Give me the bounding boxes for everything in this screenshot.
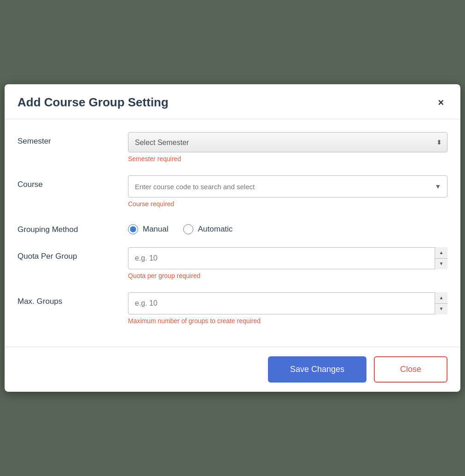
quota-label: Quota Per Group bbox=[17, 247, 128, 261]
course-row: Course ▼ Course required bbox=[17, 175, 448, 208]
radio-manual-input[interactable] bbox=[128, 224, 138, 234]
max-groups-row: Max. Groups ▲ ▼ Maximum number of groups… bbox=[17, 292, 448, 325]
semester-error: Semester required bbox=[128, 155, 448, 163]
quota-input[interactable] bbox=[128, 247, 448, 269]
max-groups-input-wrapper: ▲ ▼ bbox=[128, 292, 448, 314]
course-input[interactable] bbox=[128, 175, 448, 197]
semester-label: Semester bbox=[17, 132, 128, 146]
modal-footer: Save Changes Close bbox=[5, 347, 460, 392]
radio-automatic-input[interactable] bbox=[183, 224, 193, 234]
modal-body: Semester Select Semester ⬍ Semester requ… bbox=[5, 119, 460, 347]
semester-select[interactable]: Select Semester bbox=[128, 132, 448, 152]
max-groups-spinner: ▲ ▼ bbox=[435, 292, 448, 314]
course-input-wrapper: ▼ bbox=[128, 175, 448, 197]
course-error: Course required bbox=[128, 200, 448, 208]
modal-header: Add Course Group Setting × bbox=[5, 84, 460, 119]
max-groups-input[interactable] bbox=[128, 292, 448, 314]
modal-close-button[interactable]: × bbox=[434, 96, 448, 110]
radio-manual[interactable]: Manual bbox=[128, 224, 169, 234]
quota-increment-button[interactable]: ▲ bbox=[435, 247, 448, 259]
max-groups-error: Maximum number of groups to create requi… bbox=[128, 317, 448, 325]
modal-title: Add Course Group Setting bbox=[17, 95, 169, 110]
semester-select-wrapper: Select Semester ⬍ bbox=[128, 132, 448, 152]
radio-automatic[interactable]: Automatic bbox=[183, 224, 233, 234]
quota-error: Quota per group required bbox=[128, 272, 448, 279]
quota-input-wrapper: ▲ ▼ bbox=[128, 247, 448, 269]
grouping-method-row: Grouping Method Manual Automatic bbox=[17, 221, 448, 234]
radio-group: Manual Automatic bbox=[128, 221, 448, 234]
semester-row: Semester Select Semester ⬍ Semester requ… bbox=[17, 132, 448, 163]
max-groups-increment-button[interactable]: ▲ bbox=[435, 292, 448, 304]
close-button[interactable]: Close bbox=[374, 356, 448, 383]
modal-overlay: Add Course Group Setting × Semester Sele… bbox=[0, 0, 465, 476]
grouping-method-label: Grouping Method bbox=[17, 221, 128, 234]
radio-automatic-label: Automatic bbox=[198, 225, 233, 234]
radio-manual-label: Manual bbox=[143, 225, 169, 234]
course-field: ▼ Course required bbox=[128, 175, 448, 208]
quota-decrement-button[interactable]: ▼ bbox=[435, 259, 448, 270]
semester-field: Select Semester ⬍ Semester required bbox=[128, 132, 448, 163]
max-groups-field: ▲ ▼ Maximum number of groups to create r… bbox=[128, 292, 448, 325]
quota-spinner: ▲ ▼ bbox=[435, 247, 448, 269]
quota-row: Quota Per Group ▲ ▼ Quota per group requ… bbox=[17, 247, 448, 279]
save-changes-button[interactable]: Save Changes bbox=[268, 356, 366, 383]
grouping-method-field: Manual Automatic bbox=[128, 221, 448, 234]
max-groups-label: Max. Groups bbox=[17, 292, 128, 306]
quota-field: ▲ ▼ Quota per group required bbox=[128, 247, 448, 279]
modal-container: Add Course Group Setting × Semester Sele… bbox=[5, 84, 460, 392]
max-groups-decrement-button[interactable]: ▼ bbox=[435, 304, 448, 315]
course-label: Course bbox=[17, 175, 128, 189]
